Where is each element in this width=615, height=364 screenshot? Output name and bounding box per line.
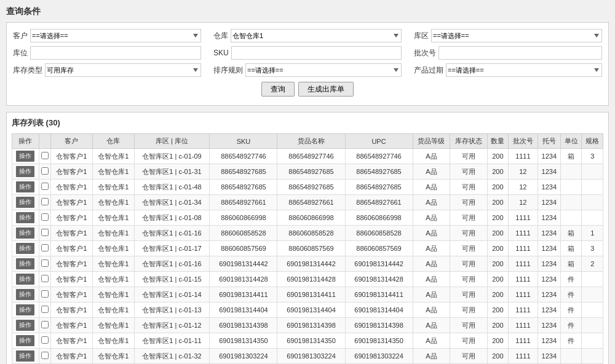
row-checkbox[interactable] [41, 229, 49, 236]
goods-name-cell: 6901981303224 [277, 349, 345, 364]
sku-input[interactable] [231, 46, 402, 60]
unit-cell [561, 164, 582, 180]
customer-cell: 仓智客户1 [50, 349, 92, 364]
upc-cell: 886548927685 [345, 164, 413, 180]
check-cell[interactable] [39, 195, 50, 210]
expiry-select[interactable]: ==请选择== [446, 63, 602, 77]
op-button[interactable]: 操作 [16, 181, 34, 192]
goods-name-cell: 886060857569 [277, 241, 345, 256]
grade-cell: A品 [413, 256, 450, 272]
check-cell[interactable] [39, 226, 50, 241]
table-row: 操作 仓智客户1 仓智仓库1 仓智库区1 | c-01-11 690198131… [12, 333, 603, 349]
warehouse-cell: 仓智仓库1 [92, 164, 134, 180]
location-input[interactable] [30, 46, 201, 60]
row-checkbox[interactable] [41, 167, 49, 175]
customer-cell: 仓智客户1 [50, 210, 92, 226]
inventory-type-select[interactable]: 可用库存 [45, 63, 201, 77]
location-cell: 仓智库区1 | c-01-31 [134, 164, 210, 180]
pallet-cell: 1234 [538, 180, 560, 195]
row-checkbox[interactable] [41, 259, 49, 267]
batch-cell: 12 [509, 195, 538, 210]
row-checkbox[interactable] [41, 213, 49, 221]
unit-cell [561, 349, 582, 364]
grade-cell: A品 [413, 180, 450, 195]
op-button[interactable]: 操作 [16, 212, 34, 223]
col-grade: 货品等级 [413, 134, 450, 149]
op-button[interactable]: 操作 [16, 258, 34, 269]
row-checkbox[interactable] [41, 336, 49, 344]
query-button[interactable]: 查询 [261, 82, 295, 97]
status-cell: 可用 [450, 195, 488, 210]
pallet-cell: 1234 [538, 349, 560, 364]
batch-cell: 1111 [509, 256, 538, 272]
op-button[interactable]: 操作 [16, 166, 34, 177]
op-button[interactable]: 操作 [16, 335, 34, 346]
spec-cell [582, 318, 603, 333]
op-button[interactable]: 操作 [16, 243, 34, 254]
op-button[interactable]: 操作 [16, 320, 34, 331]
unit-cell: 箱 [561, 226, 582, 241]
check-cell[interactable] [39, 149, 50, 164]
check-cell[interactable] [39, 303, 50, 318]
unit-cell: 件 [561, 272, 582, 287]
warehouse-cell: 仓智仓库1 [92, 195, 134, 210]
goods-name-cell: 6901981314398 [277, 318, 345, 333]
customer-cell: 仓智客户1 [50, 164, 92, 180]
op-cell: 操作 [12, 164, 39, 180]
row-checkbox[interactable] [41, 152, 49, 159]
zone-select[interactable]: ==请选择== [431, 29, 602, 42]
sort-rule-select[interactable]: ==请选择== [245, 63, 402, 77]
qty-cell: 200 [487, 349, 508, 364]
check-cell[interactable] [39, 256, 50, 272]
batch-input[interactable] [438, 46, 602, 60]
row-checkbox[interactable] [41, 306, 49, 313]
grade-cell: A品 [413, 349, 450, 364]
warehouse-select[interactable]: 仓智仓库1 [231, 29, 402, 42]
table-header-row: 操作 客户 仓库 库区 | 库位 SKU 货品名称 UPC 货品等级 库存状态 … [12, 134, 603, 149]
upc-cell: 886060857569 [345, 241, 413, 256]
row-checkbox[interactable] [41, 321, 49, 328]
location-cell: 仓智库区1 | c-01-15 [134, 272, 210, 287]
spec-cell: 1 [582, 226, 603, 241]
check-cell[interactable] [39, 164, 50, 180]
row-checkbox[interactable] [41, 183, 49, 190]
grade-cell: A品 [413, 318, 450, 333]
check-cell[interactable] [39, 241, 50, 256]
check-cell[interactable] [39, 349, 50, 364]
op-cell: 操作 [12, 256, 39, 272]
sku-cell: 6901981314411 [210, 287, 277, 303]
op-button[interactable]: 操作 [16, 289, 34, 300]
customer-cell: 仓智客户1 [50, 195, 92, 210]
export-button[interactable]: 生成出库单 [298, 82, 354, 97]
check-cell[interactable] [39, 287, 50, 303]
unit-cell [561, 195, 582, 210]
batch-label: 批次号 [414, 48, 436, 58]
check-cell[interactable] [39, 333, 50, 349]
warehouse-cell: 仓智仓库1 [92, 272, 134, 287]
grade-cell: A品 [413, 287, 450, 303]
row-checkbox[interactable] [41, 198, 49, 205]
row-checkbox[interactable] [41, 290, 49, 298]
check-cell[interactable] [39, 272, 50, 287]
check-cell[interactable] [39, 318, 50, 333]
op-button[interactable]: 操作 [16, 274, 34, 285]
op-button[interactable]: 操作 [16, 228, 34, 239]
op-button[interactable]: 操作 [16, 151, 34, 162]
row-checkbox[interactable] [41, 244, 49, 251]
op-button[interactable]: 操作 [16, 197, 34, 208]
unit-cell: 箱 [561, 149, 582, 164]
customer-select[interactable]: ==请选择== [30, 29, 201, 42]
goods-name-cell: 6901981314350 [277, 333, 345, 349]
op-button[interactable]: 操作 [16, 304, 34, 315]
row-checkbox[interactable] [41, 352, 49, 359]
check-cell[interactable] [39, 210, 50, 226]
warehouse-cell: 仓智仓库1 [92, 226, 134, 241]
op-cell: 操作 [12, 241, 39, 256]
status-cell: 可用 [450, 303, 488, 318]
check-cell[interactable] [39, 180, 50, 195]
qty-cell: 200 [487, 272, 508, 287]
row-checkbox[interactable] [41, 275, 49, 282]
op-button[interactable]: 操作 [16, 350, 34, 362]
sku-cell: 886060858528 [210, 226, 277, 241]
qty-cell: 200 [487, 164, 508, 180]
